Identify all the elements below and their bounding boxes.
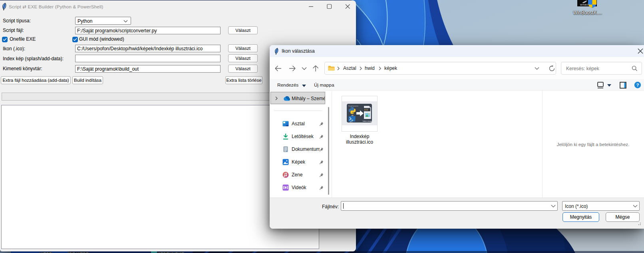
svg-text:.py: .py — [351, 114, 354, 116]
svg-text:.ps1: .ps1 — [350, 121, 353, 123]
svg-text:ICO: ICO — [364, 109, 368, 111]
svg-text:Index image: Index image — [363, 120, 372, 122]
svg-text:?: ? — [636, 83, 639, 87]
svg-text:ScriptConverter: ScriptConverter — [348, 105, 359, 107]
